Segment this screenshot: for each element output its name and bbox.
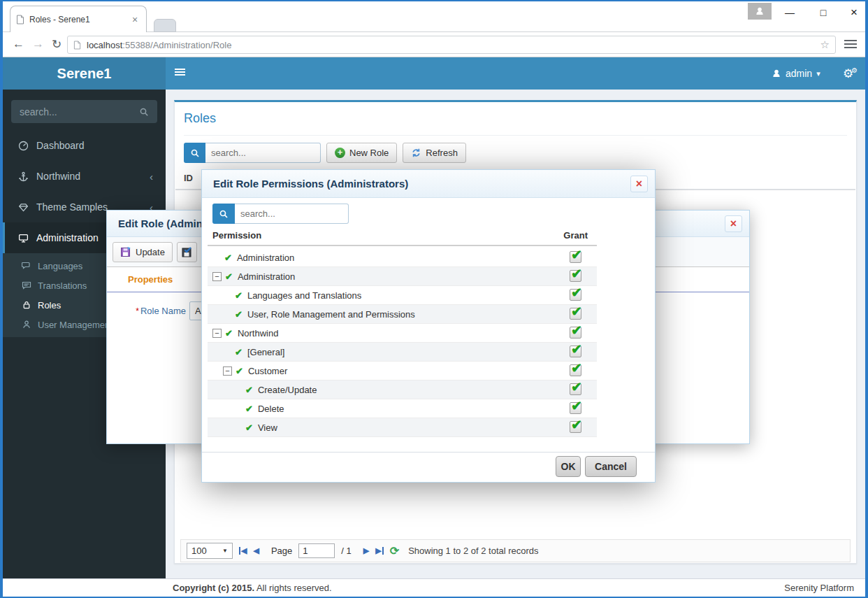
grant-checkbox[interactable]: ✔ — [570, 270, 581, 282]
browser-toolbar: ← → ↻ localhost:55388/Administration/Rol… — [3, 32, 865, 57]
browser-menu-icon[interactable] — [844, 40, 857, 50]
bookmark-star-icon[interactable]: ☆ — [820, 38, 830, 51]
gauge-icon — [18, 141, 29, 151]
cancel-button[interactable]: Cancel — [585, 456, 637, 477]
browser-profile-button[interactable] — [748, 3, 772, 20]
grant-checkbox[interactable]: ✔ — [570, 383, 581, 395]
browser-tab[interactable]: Roles - Serene1 × — [10, 6, 147, 33]
sidebar-item-label: Translations — [38, 280, 87, 291]
tree-row[interactable]: ✔ Delete ✔ — [208, 399, 597, 418]
lock-icon — [22, 300, 31, 310]
update-button[interactable]: Update — [113, 242, 173, 262]
footer-copyright-rest: All rights reserved. — [254, 583, 332, 593]
collapse-icon[interactable]: − — [212, 272, 222, 281]
back-button[interactable]: ← — [13, 37, 24, 51]
tree-row[interactable]: ✔ User, Role Management and Permissions … — [208, 305, 597, 324]
permissions-dialog: Edit Role Permissions (Administrators) ×… — [201, 169, 656, 483]
sidebar-item-label: Northwind — [36, 171, 80, 182]
grant-checkbox[interactable]: ✔ — [570, 346, 581, 357]
tree-row[interactable]: ✔ Create/Update ✔ — [208, 380, 597, 399]
column-header-id[interactable]: ID — [184, 173, 193, 183]
grant-checkbox[interactable]: ✔ — [570, 421, 581, 433]
window-close-button[interactable]: × — [839, 3, 868, 22]
search-icon — [190, 148, 200, 158]
settings-gears-button[interactable]: ⚙⚙ — [843, 57, 858, 90]
search-button[interactable] — [184, 143, 205, 163]
check-icon: ✔ — [245, 385, 253, 395]
first-page-button[interactable]: ◀ — [239, 546, 247, 555]
save-icon — [120, 246, 131, 257]
grant-checkbox[interactable]: ✔ — [570, 402, 581, 414]
window-maximize-button[interactable]: □ — [808, 3, 839, 22]
page-size-select[interactable]: 100 ▼ — [187, 543, 233, 559]
tree-row[interactable]: ✔ View ✔ — [208, 418, 597, 437]
update-label: Update — [136, 247, 165, 257]
tab-title: Roles - Serene1 — [29, 15, 129, 24]
prev-page-button[interactable]: ◀ — [253, 546, 259, 555]
page-number-input[interactable] — [298, 543, 335, 558]
grid-toolbar: + New Role Refresh — [184, 143, 466, 163]
check-icon: ✔ — [235, 290, 243, 301]
search-button[interactable] — [212, 204, 235, 224]
anchor-icon — [18, 171, 29, 182]
chevron-left-icon: ‹ — [150, 171, 153, 183]
tree-row[interactable]: ✔ Languages and Translations ✔ — [208, 286, 597, 305]
collapse-icon[interactable]: − — [212, 329, 222, 338]
sidebar-item-dashboard[interactable]: Dashboard — [3, 130, 166, 161]
tab-close-icon[interactable]: × — [129, 14, 140, 25]
new-tab-button[interactable] — [154, 19, 176, 32]
url-path: :55388/Administration/Role — [122, 40, 231, 50]
permissions-search-input[interactable] — [235, 204, 349, 224]
tree-row[interactable]: ✔ Administration ✔ — [208, 248, 597, 267]
footer-platform: Serenity Platform — [784, 583, 854, 593]
sidebar-toggle-icon[interactable] — [175, 69, 185, 77]
permissions-rows: ✔ Administration ✔ − ✔ Administration ✔ … — [208, 248, 597, 437]
reload-button[interactable]: ↻ — [52, 37, 62, 52]
edit-role-close-button[interactable]: × — [725, 215, 742, 232]
check-icon: ✔ — [224, 252, 232, 263]
address-bar[interactable]: localhost:55388/Administration/Role ☆ — [67, 36, 836, 54]
grant-checkbox[interactable]: ✔ — [570, 327, 581, 339]
permission-label: User, Role Management and Permissions — [247, 309, 415, 320]
sidebar-item-northwind[interactable]: Northwind ‹ — [3, 161, 166, 192]
apply-changes-button[interactable] — [177, 242, 197, 262]
grant-checkbox[interactable]: ✔ — [570, 289, 581, 301]
new-role-button[interactable]: + New Role — [326, 143, 397, 163]
tab-properties[interactable]: Properties — [128, 267, 173, 292]
collapse-icon[interactable]: − — [223, 366, 232, 376]
desktop-icon — [18, 233, 29, 243]
grant-checkbox[interactable]: ✔ — [570, 364, 581, 376]
tree-row[interactable]: ✔ [General] ✔ — [208, 343, 597, 362]
last-page-button[interactable]: ▶ — [375, 546, 383, 555]
dialog-button-bar: OK Cancel — [202, 452, 655, 483]
next-page-button[interactable]: ▶ — [363, 546, 369, 555]
pager-refresh-icon[interactable]: ⟳ — [390, 544, 399, 557]
tree-row[interactable]: − ✔ Administration ✔ — [208, 267, 597, 286]
brand-logo[interactable]: Serene1 — [3, 57, 166, 90]
search-icon — [219, 209, 229, 219]
window-minimize-button[interactable]: — — [774, 3, 805, 22]
sidebar-search-input[interactable]: search... — [11, 100, 157, 123]
permission-label: Create/Update — [258, 385, 317, 395]
forward-button[interactable]: → — [32, 37, 44, 51]
tree-row[interactable]: − ✔ Northwind ✔ — [208, 324, 597, 343]
page-count: / 1 — [341, 546, 351, 556]
title-divider — [184, 135, 847, 136]
person-icon — [755, 6, 765, 16]
permissions-close-button[interactable]: × — [630, 176, 648, 192]
user-menu[interactable]: admin ▾ — [772, 57, 820, 90]
grant-checkbox[interactable]: ✔ — [570, 251, 581, 263]
user-icon — [22, 320, 31, 329]
ok-button[interactable]: OK — [556, 456, 581, 477]
check-icon: ✔ — [236, 366, 243, 376]
plus-icon: + — [335, 148, 345, 158]
grid-search — [184, 143, 321, 163]
grid-search-input[interactable] — [205, 143, 321, 163]
pager: 100 ▼ ◀ ◀ Page / 1 ▶ ▶ ⟳ Showing 1 to 2 … — [180, 539, 851, 562]
grant-column-header: Grant — [563, 230, 588, 241]
permissions-tree: Permission Grant ✔ Administration ✔ − ✔ … — [208, 230, 597, 437]
refresh-button[interactable]: Refresh — [403, 143, 466, 163]
pager-status: Showing 1 to 2 of 2 total records — [408, 546, 538, 556]
tree-row[interactable]: − ✔ Customer ✔ — [208, 362, 597, 380]
grant-checkbox[interactable]: ✔ — [570, 308, 581, 320]
